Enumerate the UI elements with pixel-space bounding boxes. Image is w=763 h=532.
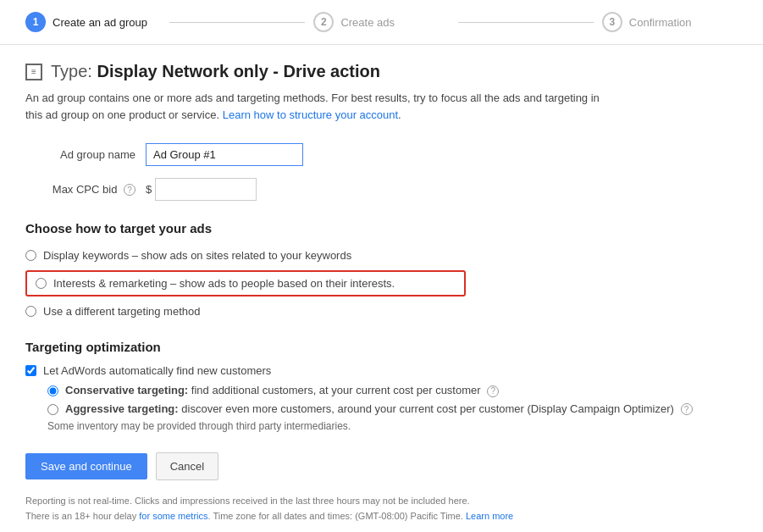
type-prefix: Type: (51, 62, 92, 80)
footer-notes: Reporting is not real-time. Clicks and i… (25, 494, 738, 524)
step-2-circle: 2 (313, 12, 334, 32)
learn-more-footer-link[interactable]: Learn more (466, 511, 513, 521)
aggressive-text: discover even more customers, around you… (181, 402, 674, 415)
step-3-label: Confirmation (629, 16, 692, 29)
type-title: Type: Display Network only - Drive actio… (51, 62, 380, 81)
step-1-circle: 1 (25, 12, 46, 32)
step-3-circle: 3 (602, 12, 622, 32)
aggressive-label: Aggressive targeting: discover even more… (65, 402, 693, 416)
learn-more-link[interactable]: Learn how to structure your account (223, 108, 398, 121)
form-section: Ad group name Max CPC bid ? $ (25, 143, 738, 201)
aggressive-bold: Aggressive targeting: (65, 402, 179, 415)
step-2[interactable]: 2 Create ads (313, 12, 449, 32)
conservative-label: Conservative targeting: find additional … (65, 384, 499, 397)
optimization-title: Targeting optimization (25, 340, 738, 354)
ad-group-name-label: Ad group name (25, 148, 135, 161)
targeting-radio-3[interactable] (25, 306, 36, 317)
aggressive-radio[interactable] (47, 404, 58, 415)
step-line-1 (169, 22, 305, 23)
type-icon: ≡ (25, 64, 42, 80)
main-content: ≡ Type: Display Network only - Drive act… (0, 45, 763, 532)
targeting-label-2: Interests & remarketing – show ads to pe… (53, 277, 395, 290)
conservative-help-icon[interactable]: ? (487, 385, 499, 397)
max-cpc-help-icon[interactable]: ? (124, 184, 135, 196)
step-1-label: Create an ad group (53, 16, 147, 29)
step-1[interactable]: 1 Create an ad group (25, 12, 161, 32)
max-cpc-row: Max CPC bid ? $ (25, 178, 738, 201)
step-3[interactable]: 3 Confirmation (602, 12, 738, 32)
targeting-section: Choose how to target your ads Display ke… (25, 221, 738, 321)
footer-line-2: There is an 18+ hour delay for some metr… (25, 509, 738, 524)
conservative-text: find additional customers, at your curre… (191, 384, 481, 396)
targeting-option-3[interactable]: Use a different targeting method (25, 302, 738, 321)
footer-line-1: Reporting is not real-time. Clicks and i… (25, 494, 738, 509)
targeting-label-3: Use a different targeting method (43, 305, 201, 318)
max-cpc-label: Max CPC bid ? (25, 183, 135, 197)
conservative-bold: Conservative targeting: (65, 384, 188, 396)
ad-group-name-row: Ad group name (25, 143, 738, 166)
targeting-option-1[interactable]: Display keywords – show ads on sites rel… (25, 246, 738, 265)
auto-find-checkbox[interactable] (25, 365, 36, 376)
type-header: ≡ Type: Display Network only - Drive act… (25, 62, 738, 81)
max-cpc-input[interactable] (155, 178, 257, 201)
footer-line2-pre: There is an 18+ hour delay (25, 511, 139, 521)
button-row: Save and continue Cancel (25, 452, 738, 480)
conservative-targeting-row[interactable]: Conservative targeting: find additional … (47, 384, 738, 397)
targeting-radio-1[interactable] (25, 250, 36, 261)
inventory-note: Some inventory may be provided through t… (47, 420, 738, 432)
targeting-label-1: Display keywords – show ads on sites rel… (43, 249, 351, 262)
type-value: Display Network only - Drive action (97, 62, 380, 80)
description: An ad group contains one or more ads and… (25, 90, 601, 123)
aggressive-help-icon[interactable]: ? (681, 403, 693, 415)
targeting-title: Choose how to target your ads (25, 221, 738, 236)
step-2-label: Create ads (340, 16, 395, 29)
optimization-section: Targeting optimization Let AdWords autom… (25, 340, 738, 432)
auto-find-label: Let AdWords automatically find new custo… (43, 364, 271, 377)
stepper: 1 Create an ad group 2 Create ads 3 Conf… (0, 0, 763, 45)
save-continue-button[interactable]: Save and continue (25, 453, 147, 479)
aggressive-targeting-row[interactable]: Aggressive targeting: discover even more… (47, 402, 738, 416)
sub-options: Conservative targeting: find additional … (47, 384, 738, 415)
step-line-2 (458, 22, 594, 23)
bid-wrapper: $ (146, 178, 257, 201)
targeting-option-2-highlighted[interactable]: Interests & remarketing – show ads to pe… (25, 270, 466, 296)
auto-find-customers-row[interactable]: Let AdWords automatically find new custo… (25, 364, 738, 377)
dollar-sign: $ (146, 183, 152, 196)
cancel-button[interactable]: Cancel (156, 452, 218, 480)
conservative-radio[interactable] (47, 385, 58, 396)
targeting-radio-2[interactable] (36, 278, 47, 289)
some-metrics-link[interactable]: for some metrics (139, 511, 207, 521)
footer-line2-post: . Time zone for all dates and times: (GM… (208, 511, 466, 521)
ad-group-name-input[interactable] (146, 143, 303, 166)
